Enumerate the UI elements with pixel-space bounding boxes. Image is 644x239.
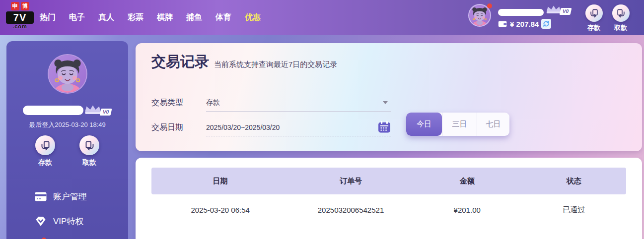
col-date: 日期 — [151, 177, 289, 186]
col-amount: 金额 — [413, 177, 522, 186]
date-range-value: 2025/03/20~2025/03/20 — [206, 123, 280, 131]
col-status: 状态 — [522, 177, 626, 186]
nav-slots[interactable]: 电子 — [69, 12, 85, 23]
type-select[interactable]: 存款 — [206, 94, 391, 112]
withdraw-button-top[interactable]: 取款 — [608, 4, 634, 32]
cell-status: 已通过 — [522, 205, 626, 215]
vip-level-badge: V0 — [100, 109, 112, 116]
type-filter-label: 交易类型 — [151, 98, 206, 108]
range-today-button[interactable]: 今日 — [406, 113, 442, 136]
nav-sports[interactable]: 体育 — [215, 12, 231, 23]
balance-area: ¥ 207.84 — [498, 19, 551, 29]
vip-diamond-icon — [35, 216, 47, 227]
page-title: 交易记录 — [151, 52, 209, 72]
deposit-button-top[interactable]: 存款 — [581, 4, 607, 32]
bank-card-icon — [35, 192, 47, 201]
range-3day-button[interactable]: 三日 — [442, 113, 477, 136]
main-content: 交易记录 当前系统支持查询最近7日的交易记录 交易类型 存款 交易日期 2025… — [136, 43, 642, 239]
notification-dot — [487, 3, 492, 8]
main-nav: 热门 电子 真人 彩票 棋牌 捕鱼 体育 优惠 — [40, 0, 261, 35]
withdraw-label: 取款 — [73, 158, 105, 167]
site-logo[interactable]: 申 博 7V .com — [6, 2, 34, 29]
sidebar-item-vip[interactable]: VIP特权 — [35, 209, 123, 234]
vip-crown: V0 — [83, 105, 111, 116]
balance-amount: ¥ 207.84 — [510, 20, 539, 28]
sidebar-item-label: 账户管理 — [53, 191, 87, 202]
table-row: 2025-03-20 06:54 2025032006542521 ¥201.0… — [151, 194, 626, 225]
nav-fishing[interactable]: 捕鱼 — [186, 12, 202, 23]
cell-amount: ¥201.00 — [413, 206, 522, 214]
transaction-table-card: 日期 订单号 金额 状态 2025-03-20 06:54 2025032006… — [136, 158, 642, 239]
deposit-label: 存款 — [29, 158, 61, 167]
refresh-icon — [543, 20, 550, 27]
sidebar-user-row: V0 — [6, 105, 128, 116]
nav-cards[interactable]: 棋牌 — [157, 12, 173, 23]
transaction-filter-card: 交易记录 当前系统支持查询最近7日的交易记录 交易类型 存款 交易日期 2025… — [136, 43, 642, 151]
logo-tld: .com — [6, 24, 34, 29]
logo-char-1: 申 — [11, 2, 19, 10]
deposit-icon — [40, 140, 51, 151]
cell-date: 2025-03-20 06:54 — [151, 206, 289, 214]
filter-date-row: 交易日期 2025/03/20~2025/03/20 — [151, 119, 391, 136]
nav-hot[interactable]: 热门 — [40, 12, 56, 23]
col-order-no: 订单号 — [289, 177, 413, 186]
sidebar-item-account[interactable]: 账户管理 — [35, 184, 123, 209]
withdraw-icon — [616, 8, 626, 18]
date-range-segment: 今日 三日 七日 — [406, 113, 509, 136]
nav-lottery[interactable]: 彩票 — [128, 12, 143, 23]
sidebar-item-label: VIP特权 — [53, 216, 83, 227]
avatar-illustration — [49, 55, 86, 93]
filter-type-row: 交易类型 存款 — [151, 94, 391, 112]
last-login-text: 最后登入2025-03-20 18:49 — [6, 120, 128, 129]
wallet-icon — [498, 20, 507, 28]
username-redacted — [23, 106, 83, 115]
top-bar: 申 博 7V .com 热门 电子 真人 彩票 棋牌 捕鱼 体育 优惠 — [0, 0, 644, 35]
deposit-label: 存款 — [581, 23, 607, 32]
logo-char-2: 博 — [21, 2, 29, 10]
username-redacted — [498, 9, 544, 16]
sidebar-menu: 账户管理 VIP特权 红利红包 — [35, 184, 123, 239]
avatar-illustration — [469, 5, 490, 26]
calendar-icon — [378, 120, 391, 133]
refresh-balance-button[interactable] — [541, 19, 551, 29]
nav-promotions[interactable]: 优惠 — [245, 12, 261, 23]
withdraw-label: 取款 — [608, 23, 634, 32]
range-7day-button[interactable]: 七日 — [477, 113, 509, 136]
cell-order-no: 2025032006542521 — [289, 206, 413, 214]
nav-live[interactable]: 真人 — [98, 12, 114, 23]
vip-crown: V0 — [545, 5, 571, 15]
date-filter-label: 交易日期 — [151, 122, 206, 133]
withdraw-button-sidebar[interactable]: 取款 — [73, 135, 105, 167]
date-range-input[interactable]: 2025/03/20~2025/03/20 — [206, 119, 391, 136]
vip-level-badge: V0 — [560, 8, 572, 15]
logo-brand: 7V — [6, 11, 34, 24]
sidebar-avatar[interactable] — [48, 54, 87, 94]
deposit-button-sidebar[interactable]: 存款 — [29, 135, 61, 167]
deposit-icon — [589, 8, 599, 18]
sidebar: V0 最后登入2025-03-20 18:49 存款 取款 — [6, 41, 128, 239]
sidebar-item-bonus[interactable]: 红利红包 — [35, 234, 123, 239]
table-header: 日期 订单号 金额 状态 — [151, 168, 626, 194]
calendar-button[interactable] — [378, 120, 391, 133]
page-subtitle: 当前系统支持查询最近7日的交易记录 — [214, 60, 337, 72]
chevron-down-icon — [383, 101, 388, 104]
withdraw-icon — [84, 140, 95, 151]
type-selected-value: 存款 — [206, 98, 220, 107]
